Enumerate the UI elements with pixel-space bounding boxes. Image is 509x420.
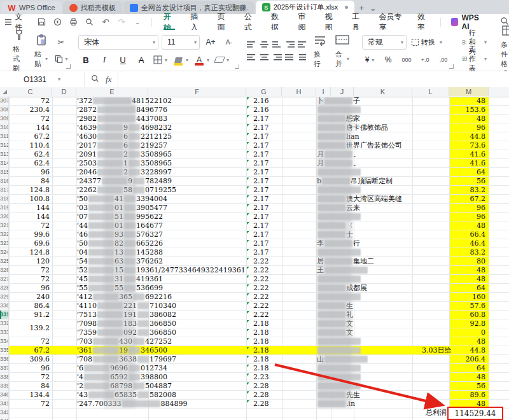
cell-g[interactable]: 2.17	[246, 168, 286, 176]
strikethrough-button[interactable]: A	[134, 54, 149, 66]
menu-item-0[interactable]: 开始	[156, 14, 183, 30]
table-row[interactable]: 329240'4123656922162.22160	[0, 293, 509, 302]
window-tab-1[interactable]: 找稻壳模板	[63, 1, 122, 14]
cell-m[interactable]: 48	[449, 373, 485, 381]
distributed-icon[interactable]	[298, 53, 307, 61]
tab-state-dot[interactable]	[345, 6, 348, 9]
row-header[interactable]: 333	[0, 328, 9, 337]
formula-input[interactable]	[118, 72, 509, 87]
cell-c[interactable]: 72	[9, 373, 50, 381]
cell-m[interactable]: 44.8	[449, 346, 485, 354]
cell-g[interactable]: 2.16	[246, 97, 286, 105]
cell-g[interactable]: 2.17	[246, 239, 286, 248]
cell-g[interactable]: 2.28	[246, 382, 286, 390]
table-row[interactable]: 31167.2'4630622121252.17lian44.8	[0, 132, 509, 141]
cell-m[interactable]: 46.4	[449, 239, 485, 248]
table-row[interactable]: 34172'247.7003338848992.28.in48	[0, 400, 509, 409]
cell-c[interactable]: 99.6	[9, 230, 50, 239]
cell-m[interactable]: 96	[449, 123, 485, 132]
menu-item-8[interactable]: 会员专享	[371, 14, 410, 30]
cell-c[interactable]: 96	[9, 364, 50, 372]
row-header[interactable]: 309	[0, 115, 9, 123]
cell-c[interactable]: 144	[9, 123, 50, 132]
align-top-icon[interactable]	[247, 40, 256, 48]
align-left-icon[interactable]	[247, 53, 256, 61]
menu-item-1[interactable]: 插入	[183, 14, 209, 30]
cell-g[interactable]: 2.17	[246, 204, 286, 212]
insert-function-search-icon[interactable]	[91, 74, 99, 85]
cell-g[interactable]: 2.28	[246, 391, 286, 399]
column-header-f[interactable]: F	[148, 87, 246, 96]
cell-c[interactable]: 230.4	[9, 106, 50, 114]
cell-m[interactable]: 48	[449, 97, 485, 105]
cell-g[interactable]: 2.18	[246, 328, 286, 337]
currency-button[interactable]: ¥▾	[362, 54, 377, 66]
customize-toolbar-chevron-icon[interactable]: ⌄	[132, 17, 143, 27]
comma-style-button[interactable]: 000	[399, 54, 414, 66]
cell-c[interactable]: 62.4	[9, 159, 50, 167]
cell-c[interactable]: 72	[9, 275, 50, 283]
cell-m[interactable]: 60.8	[449, 311, 485, 319]
wrap-text-button[interactable]: 换行	[311, 31, 329, 70]
table-row[interactable]: 33086.4'41102217103402.22生57.6	[0, 302, 509, 311]
cell-g[interactable]: 2.17	[246, 248, 286, 256]
group-expand-icon[interactable]	[66, 64, 71, 69]
row-header[interactable]: 313	[0, 150, 9, 158]
column-header-i[interactable]: I	[316, 87, 331, 96]
table-row[interactable]: 332139.2'70981833668502.18文92.8	[0, 319, 509, 328]
align-right-icon[interactable]	[272, 53, 282, 61]
row-header[interactable]: 336	[0, 355, 9, 363]
font-color-button[interactable]: A▾	[193, 54, 211, 66]
table-row[interactable]: 33872'465923988002.2348	[0, 373, 509, 382]
cell-c[interactable]: 72	[9, 115, 50, 123]
name-box[interactable]: O1331 ▾	[0, 72, 85, 87]
table-row[interactable]: 336309.6'70836381796972.18山206.4	[0, 355, 509, 364]
table-row[interactable]: 319144'030139054772.17云来96	[0, 204, 509, 213]
table-row[interactable]: 31596'2046232289972.1764	[0, 168, 509, 177]
row-header[interactable]: 339	[0, 382, 9, 390]
menu-item-3[interactable]: 公式	[237, 14, 263, 30]
row-header[interactable]: 323	[0, 239, 9, 248]
conditional-format-button[interactable]: 条件格式▾	[498, 22, 509, 80]
cell-c[interactable]: 84	[9, 382, 50, 390]
column-header-l[interactable]: L	[412, 87, 449, 96]
row-header[interactable]: 342	[0, 409, 9, 417]
cell-c[interactable]: 96	[9, 168, 50, 176]
table-row[interactable]: 30772'3724815221022.16卜子48	[0, 97, 509, 106]
cell-m[interactable]: 83.2	[449, 248, 485, 256]
cell-m[interactable]: 56	[449, 177, 485, 185]
cell-g[interactable]: 2.17	[246, 115, 286, 123]
cell-c[interactable]: 62.4	[9, 150, 50, 158]
row-header[interactable]: 325	[0, 257, 9, 265]
table-row[interactable]: 31684'2437797824892.17b吊顶隔断定制56	[0, 177, 509, 186]
table-row[interactable]: 31362.4'2091235089652.17月。41.6	[0, 150, 509, 159]
cell-m[interactable]: 48	[449, 337, 485, 346]
cell-g[interactable]: 2.18	[246, 346, 286, 354]
menu-item-4[interactable]: 数据	[263, 14, 290, 30]
cell-c[interactable]: 96	[9, 284, 50, 292]
menu-item-9[interactable]: 效率	[410, 14, 436, 30]
row-header[interactable]: 319	[0, 204, 9, 212]
row-header[interactable]: 335	[0, 346, 9, 354]
cell-m[interactable]: 57.6	[449, 302, 485, 310]
align-bottom-icon[interactable]	[272, 40, 282, 48]
cell-c[interactable]: 67.2	[9, 132, 50, 141]
font-name-select[interactable]: 宋体▾	[78, 35, 158, 50]
cell-g[interactable]: 2.17	[246, 159, 286, 167]
row-header[interactable]: 308	[0, 106, 9, 114]
cell-g[interactable]: 2.17	[246, 230, 286, 239]
cell-m[interactable]: 41.6	[449, 159, 485, 167]
cell-m[interactable]: 153.6	[449, 106, 485, 114]
cell-c[interactable]: 69.6	[9, 239, 50, 248]
increase-font-button[interactable]: A+	[203, 36, 218, 48]
cell-g[interactable]: 2.23	[246, 373, 286, 381]
row-header[interactable]: 311	[0, 132, 9, 141]
row-header[interactable]: 317	[0, 186, 9, 194]
cell-m[interactable]: 73.6	[449, 141, 485, 150]
increase-decimal-button[interactable]: +.0	[417, 54, 433, 66]
table-row[interactable]: 31462.4'2503135089652.17月。41.6	[0, 159, 509, 168]
table-row[interactable]: 32299.6'46935763272.17士66.4	[0, 230, 509, 239]
table-row[interactable]: 310144'4639946982322.17唐卡佛教饰品96	[0, 123, 509, 132]
cell-c[interactable]: 100.8	[9, 195, 50, 203]
cell-g[interactable]: 2.17	[246, 141, 286, 150]
